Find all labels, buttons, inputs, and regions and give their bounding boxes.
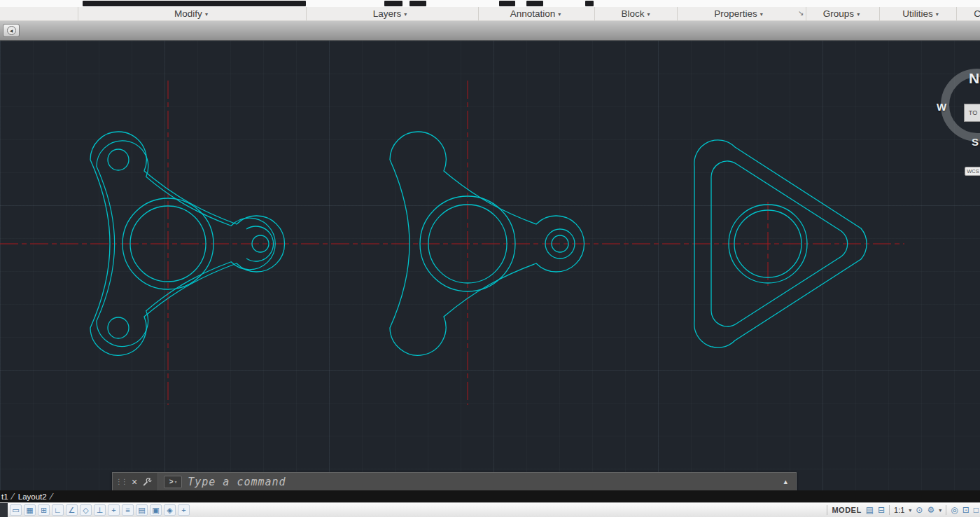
command-history-expand-icon[interactable]: ▴ [780, 477, 790, 486]
ribbon-button-remnant [410, 1, 426, 6]
panel-block-label: Block [621, 8, 644, 19]
command-dock-controls: ⋮⋮ × [113, 473, 158, 490]
status-separator [889, 505, 890, 515]
viewcube-west[interactable]: W [937, 101, 946, 113]
panel-block[interactable]: Block▾ [621, 7, 650, 21]
command-input-area[interactable]: > ▾ Type a command ▴ [158, 473, 796, 490]
lineweight-icon[interactable]: ≡ [122, 504, 134, 516]
ortho-mode-icon[interactable]: ∟ [52, 504, 64, 516]
panel-annotation-label: Annotation [510, 8, 556, 19]
close-icon[interactable]: × [132, 477, 137, 487]
quick-view-layouts-icon[interactable]: ⊟ [878, 505, 885, 515]
centerlines[interactable] [0, 81, 904, 405]
properties-dialog-launcher-icon[interactable]: ↘ [798, 9, 804, 17]
ribbon-button-remnant [384, 1, 402, 6]
prompt-icon: > [169, 478, 174, 485]
chevron-down-icon[interactable]: ▾ [909, 507, 911, 513]
panel-properties-label: Properties [714, 8, 757, 19]
isolate-objects-icon[interactable]: ◎ [951, 505, 958, 515]
ribbon-button-remnant [585, 1, 594, 6]
workspace-gear-icon[interactable]: ⚙ [927, 505, 934, 515]
panel-clipboard-partial[interactable]: C [974, 7, 980, 21]
tab-separator: ∕ [51, 491, 52, 502]
panel-utilities-label: Utilities [902, 8, 933, 19]
chevron-down-icon[interactable]: ▾ [939, 507, 941, 513]
viewcube-north[interactable]: N [969, 70, 979, 87]
wrench-icon[interactable] [142, 477, 152, 487]
annotation-visibility-icon[interactable]: ⊙ [916, 505, 923, 515]
infer-constraints-icon[interactable]: ▭ [10, 504, 22, 516]
chevron-down-icon: ▾ [760, 11, 763, 18]
panel-clipboard-label: C [974, 8, 980, 19]
command-input-placeholder[interactable]: Type a command [188, 476, 775, 488]
panel-groups-label: Groups [823, 8, 854, 19]
status-separator [827, 505, 827, 515]
drawing-canvas[interactable]: N W S TO WCS ⋮⋮ × > ▾ Type a command ▴ [0, 41, 980, 490]
object-snap-tracking-icon[interactable]: ⊥ [94, 504, 106, 516]
tab-layout2[interactable]: Layout2 [18, 492, 47, 501]
ribbon-button-remnant [499, 1, 515, 6]
panel-properties[interactable]: Properties▾ [714, 7, 763, 21]
annotation-scale-button[interactable]: 1:1 [894, 506, 904, 514]
back-arrow-icon: ◀ [7, 26, 16, 35]
chevron-down-icon: ▾ [404, 11, 407, 18]
paper-layout-icon[interactable]: ▤ [866, 505, 874, 515]
panel-layers[interactable]: Layers▾ [373, 7, 407, 21]
status-bar: ▭ ▦ ⊞ ∟ ∠ ◇ ⊥ + ≡ ▤ ▣ ◈ + MODEL ▤ ⊟ 1:1 … [0, 502, 980, 517]
ribbon-button-remnant [83, 1, 306, 6]
status-bar-corner [0, 503, 8, 517]
drag-grip-handle[interactable]: ⋮⋮ [115, 478, 127, 485]
dynamic-ucs-icon[interactable]: + [178, 504, 190, 516]
transparency-icon[interactable]: ▤ [136, 504, 148, 516]
model-space-toggle[interactable]: MODEL [832, 506, 861, 514]
ribbon-button-remnant [526, 1, 543, 6]
drawing-geometry [0, 41, 980, 490]
panel-groups[interactable]: Groups▾ [823, 7, 860, 21]
viewport-toolbar: ◀ [0, 21, 980, 41]
chevron-down-icon: ▾ [857, 11, 860, 18]
ribbon-button-row [0, 0, 980, 7]
panel-modify[interactable]: Modify▾ [174, 7, 208, 21]
status-right-group: MODEL ▤ ⊟ 1:1 ▾ ⊙ ⚙ ▾ ◎ ⊡ □ [827, 505, 980, 515]
chevron-down-icon: ▾ [648, 11, 650, 18]
command-line-dock[interactable]: ⋮⋮ × > ▾ Type a command ▴ [112, 472, 797, 490]
drafting-tools-group: ▭ ▦ ⊞ ∟ ∠ ◇ ⊥ + ≡ ▤ ▣ ◈ + [8, 504, 190, 516]
viewport-control-button[interactable]: ◀ [3, 24, 20, 37]
chevron-down-icon: ▾ [205, 11, 208, 18]
selection-cycling-icon[interactable]: ▣ [150, 504, 162, 516]
layout-tab-bar: t1 ∕ Layout2 ∕ [0, 490, 980, 502]
command-prompt-button[interactable]: > ▾ [164, 476, 182, 488]
panel-utilities[interactable]: Utilities▾ [902, 7, 939, 21]
ribbon-panel-labels: Modify▾ Layers▾ Annotation▾ Block▾ Prope… [0, 7, 980, 21]
tab-separator: ∕ [13, 491, 14, 502]
polar-tracking-icon[interactable]: ∠ [66, 504, 78, 516]
chevron-down-icon: ▾ [175, 479, 177, 484]
3d-object-snap-icon[interactable]: ◈ [164, 504, 176, 516]
isometric-drafting-icon[interactable]: ◇ [80, 504, 92, 516]
chevron-down-icon: ▾ [936, 11, 939, 18]
tab-layout1-partial[interactable]: t1 [1, 492, 8, 501]
object-snap-icon[interactable]: + [108, 504, 120, 516]
graphics-performance-icon[interactable]: ⊡ [962, 505, 969, 515]
status-separator [946, 505, 946, 515]
clean-screen-icon[interactable]: □ [974, 505, 979, 515]
panel-layers-label: Layers [373, 8, 402, 19]
wcs-dropdown[interactable]: WCS [965, 167, 980, 176]
chevron-down-icon: ▾ [558, 11, 561, 18]
panel-annotation[interactable]: Annotation▾ [510, 7, 561, 21]
snap-mode-icon[interactable]: ▦ [24, 504, 36, 516]
drawing-triangle-right[interactable] [694, 140, 867, 347]
viewcube-top-face[interactable]: TO [964, 104, 980, 122]
panel-modify-label: Modify [174, 8, 202, 19]
viewcube-south[interactable]: S [972, 136, 979, 148]
grid-display-icon[interactable]: ⊞ [38, 504, 50, 516]
